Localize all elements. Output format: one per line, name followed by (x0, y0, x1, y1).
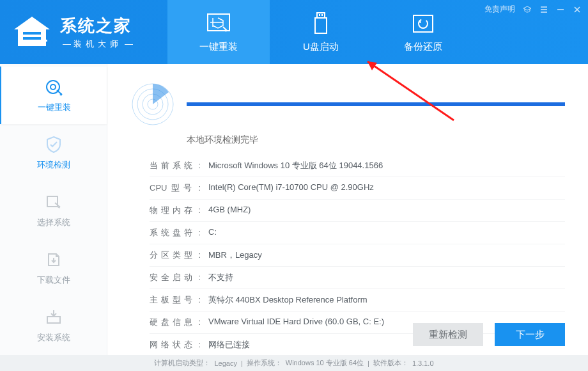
footer-os-value: Windows 10 专业版 64位 (286, 358, 364, 368)
info-value: 网络已连接 (208, 339, 250, 351)
recheck-button[interactable]: 重新检测 (413, 323, 483, 346)
disclaimer-link[interactable]: 免责声明 (484, 4, 515, 15)
header: 系统之家 装机大师 一键重装 U盘启动 备份还原 免责声明 (0, 0, 588, 64)
info-value: C: (208, 227, 217, 239)
info-row: 物理内存4GB (MHZ) (150, 200, 565, 222)
tab-backup-restore[interactable]: 备份还原 (372, 0, 474, 64)
svg-rect-4 (42, 43, 44, 45)
info-value: 不支持 (208, 272, 233, 283)
info-label: 硬盘信息 (150, 317, 201, 328)
info-row: 分区类型MBR，Legacy (150, 244, 565, 267)
info-value: VMware Virtual IDE Hard Drive (60.0 GB, … (208, 317, 384, 328)
sidebar-item-reinstall[interactable]: 一键重装 (0, 67, 107, 124)
svg-rect-8 (319, 14, 320, 16)
footer-ver-label: 软件版本： (373, 358, 408, 368)
svg-rect-7 (315, 18, 327, 33)
brand-title: 系统之家 (60, 15, 135, 37)
svg-rect-14 (47, 317, 60, 323)
info-row: 系统盘符C: (150, 222, 565, 244)
info-label: 当前系统 (150, 160, 201, 171)
info-label: 安全启动 (150, 272, 201, 283)
info-label: 分区类型 (150, 249, 201, 261)
sidebar-label: 安装系统 (37, 332, 70, 343)
info-row: 安全启动不支持 (150, 267, 565, 289)
footer-boot-label: 计算机启动类型： (154, 358, 210, 368)
info-value: MBR，Legacy (208, 249, 262, 261)
minimize-icon[interactable] (556, 5, 565, 14)
sidebar-label: 环境检测 (37, 159, 70, 171)
house-logo-icon (12, 14, 52, 50)
download-icon (43, 250, 64, 269)
logo: 系统之家 装机大师 (0, 0, 148, 64)
tab-reinstall[interactable]: 一键重装 (167, 0, 270, 64)
footer-os-label: 操作系统： (247, 358, 282, 368)
svg-rect-6 (317, 13, 325, 18)
close-icon[interactable] (573, 5, 582, 14)
sidebar: 一键重装 环境检测 选择系统 下载文件 安装系统 (0, 64, 107, 355)
sidebar-item-env-check[interactable]: 环境检测 (0, 124, 107, 182)
svg-point-13 (50, 84, 56, 90)
install-icon (43, 308, 64, 327)
svg-rect-9 (321, 14, 323, 16)
info-row: 主板型号英特尔 440BX Desktop Reference Platform (150, 289, 565, 312)
main-panel: 本地环境检测完毕 当前系统Microsoft Windows 10 专业版 64… (107, 64, 588, 355)
info-value: Microsoft Windows 10 专业版 64位 19044.1566 (208, 160, 383, 171)
sidebar-label: 下载文件 (37, 274, 70, 286)
brand-subtitle: 装机大师 (60, 38, 135, 50)
footer: 计算机启动类型： Legacy | 操作系统： Windows 10 专业版 6… (0, 355, 588, 371)
sidebar-label: 一键重装 (38, 102, 71, 113)
usb-icon (307, 12, 334, 36)
footer-boot-value: Legacy (214, 359, 236, 367)
windows-icon (205, 12, 232, 36)
target-icon (44, 77, 65, 97)
info-value: 英特尔 440BX Desktop Reference Platform (208, 294, 368, 306)
menu-icon[interactable] (539, 5, 548, 14)
svg-rect-10 (414, 15, 433, 32)
info-value: 4GB (MHZ) (208, 205, 251, 216)
info-value: Intel(R) Core(TM) i7-10700 CPU @ 2.90GHz (208, 182, 374, 194)
sidebar-item-download[interactable]: 下载文件 (0, 239, 107, 297)
sidebar-item-install[interactable]: 安装系统 (0, 297, 107, 354)
info-row: 当前系统Microsoft Windows 10 专业版 64位 19044.1… (150, 155, 565, 177)
next-button[interactable]: 下一步 (495, 323, 565, 346)
info-label: 网络状态 (150, 339, 201, 351)
info-row: CPU型号Intel(R) Core(TM) i7-10700 CPU @ 2.… (150, 177, 565, 200)
sidebar-label: 选择系统 (37, 217, 70, 228)
select-icon (43, 193, 64, 212)
svg-rect-3 (45, 40, 47, 42)
restore-icon (410, 12, 437, 36)
svg-point-11 (419, 19, 428, 28)
info-label: 系统盘符 (150, 227, 201, 239)
tab-usb-boot[interactable]: U盘启动 (270, 0, 372, 64)
tab-label: 备份还原 (404, 41, 442, 53)
radar-icon (130, 82, 175, 127)
info-label: CPU型号 (150, 182, 201, 194)
tab-label: 一键重装 (199, 41, 238, 53)
shield-icon (43, 135, 64, 154)
titlebar: 免责声明 (484, 4, 582, 15)
scan-status: 本地环境检测完毕 (187, 134, 565, 146)
top-tabs: 一键重装 U盘启动 备份还原 (167, 0, 474, 64)
graduation-icon[interactable] (523, 5, 532, 14)
svg-rect-0 (23, 32, 41, 35)
svg-rect-1 (23, 37, 41, 40)
footer-ver-value: 1.3.1.0 (412, 359, 434, 367)
info-label: 物理内存 (150, 205, 201, 216)
sidebar-item-select-os[interactable]: 选择系统 (0, 182, 107, 239)
progress-bar (187, 102, 565, 106)
tab-label: U盘启动 (303, 41, 339, 53)
svg-rect-2 (42, 40, 44, 42)
info-label: 主板型号 (150, 294, 201, 306)
